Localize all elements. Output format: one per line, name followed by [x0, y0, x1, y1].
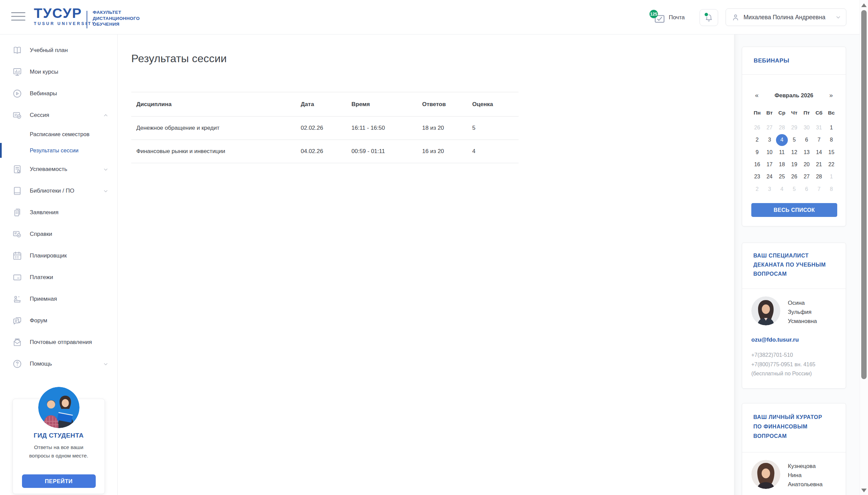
sidebar-item-applications[interactable]: Заявления — [0, 202, 117, 223]
user-menu[interactable]: Михалева Полина Андреевна — [725, 8, 846, 26]
hamburger-menu-icon[interactable] — [11, 12, 26, 22]
sidebar-item-mailings[interactable]: Почтовые отправления — [0, 331, 117, 353]
calendar-month-label: Февраль 2026 — [775, 92, 814, 99]
sidebar-item-certificates[interactable]: Справки — [0, 223, 117, 245]
scroll-up-arrow[interactable] — [861, 3, 867, 7]
credit-card-icon — [12, 272, 22, 283]
calendar-day[interactable]: 19 — [788, 159, 800, 171]
specialist-name: Осина Зульфия Усмановна — [788, 298, 842, 326]
chevron-down-icon — [103, 188, 109, 194]
calendar-day[interactable]: 27 — [801, 171, 813, 183]
calendar-day[interactable]: 9 — [751, 146, 763, 158]
sidebar-item-my-courses[interactable]: Мои курсы — [0, 61, 117, 83]
calendar-day[interactable]: 10 — [764, 146, 775, 158]
calendar-day[interactable]: 29 — [788, 122, 800, 134]
calendar-day[interactable]: 27 — [764, 122, 775, 134]
sidebar-item-reception[interactable]: Приемная — [0, 288, 117, 310]
exam-card-icon — [12, 110, 22, 120]
sidebar-item-help[interactable]: Помощь — [0, 353, 117, 375]
top-header: ТУСУР TUSUR UNIVERSITY ФАКУЛЬТЕТ ДИСТАНЦ… — [0, 0, 868, 34]
calendar-day[interactable]: 7 — [813, 183, 825, 195]
calendar-day[interactable]: 31 — [813, 122, 825, 134]
results-table: Дисциплина Дата Время Ответов Оценка Ден… — [131, 92, 519, 163]
calendar-day[interactable]: 26 — [788, 171, 800, 183]
webinars-title[interactable]: ВЕБИНАРЫ — [754, 57, 789, 64]
cell-answers: 18 из 20 — [422, 125, 472, 132]
specialist-email-link[interactable]: ozu@fdo.tusur.ru — [751, 337, 799, 343]
calendar-day[interactable]: 20 — [801, 159, 813, 171]
calendar-next-icon[interactable]: » — [829, 91, 833, 99]
sidebar-item-semester-schedule[interactable]: Расписание семестров — [0, 126, 117, 142]
calendar-day[interactable]: 30 — [801, 122, 813, 134]
calendar-prev-icon[interactable]: « — [755, 91, 759, 99]
calendar-day[interactable]: 6 — [801, 134, 813, 146]
notifications-button[interactable] — [700, 9, 718, 26]
calendar-day[interactable]: 5 — [788, 134, 800, 146]
user-name: Михалева Полина Андреевна — [743, 14, 825, 21]
calendar-day[interactable]: 3 — [764, 183, 775, 195]
sidebar-item-planner[interactable]: Планировщик — [0, 245, 117, 267]
chat-bubbles-icon — [12, 315, 22, 326]
mail-open-icon — [12, 337, 22, 347]
sidebar-item-webinars[interactable]: Вебинары — [0, 83, 117, 104]
calendar-day[interactable]: 6 — [801, 183, 813, 195]
calendar-day[interactable]: 2 — [751, 134, 763, 146]
calendar-day[interactable]: 23 — [751, 171, 763, 183]
calendar-day[interactable]: 14 — [813, 146, 825, 158]
calendar-day[interactable]: 5 — [788, 183, 800, 195]
notification-dot — [704, 12, 709, 17]
student-guide-go-button[interactable]: ПЕРЕЙТИ — [22, 474, 96, 488]
calendar-day[interactable]: 8 — [825, 183, 837, 195]
calendar-day[interactable]: 2 — [751, 183, 763, 195]
sidebar-item-forum[interactable]: Форум — [0, 310, 117, 331]
specialist-photo — [751, 296, 781, 325]
calendar-day[interactable]: 17 — [764, 159, 775, 171]
scrollbar-thumb[interactable] — [861, 10, 867, 379]
calendar-day[interactable]: 26 — [751, 122, 763, 134]
webinars-full-list-button[interactable]: ВЕСЬ СПИСОК — [751, 203, 837, 217]
specialist-card-title: ВАШ СПЕЦИАЛИСТ ДЕКАНАТА ПО УЧЕБНЫМ ВОПРО… — [742, 243, 846, 289]
student-guide-card: ГИД СТУДЕНТА Ответы на все ваши вопросы … — [13, 399, 105, 494]
mail-envelope-icon: 125 — [654, 13, 666, 25]
webinars-card: ВЕБИНАРЫ « Февраль 2026 » Пн Вт Ср Чт Пт… — [742, 47, 846, 226]
calendar-day[interactable]: 15 — [825, 146, 837, 158]
sidebar-item-payments[interactable]: Платежи — [0, 267, 117, 288]
page-scrollbar — [859, 0, 868, 495]
calendar-day-selected[interactable]: 4 — [776, 134, 788, 146]
mail-button[interactable]: 125 Почта — [654, 9, 685, 27]
calendar-day[interactable]: 28 — [813, 171, 825, 183]
documents-icon — [12, 207, 22, 218]
student-guide-text: Ответы на все ваши вопросы в одном месте… — [19, 443, 98, 460]
sidebar-item-session[interactable]: Сессия — [0, 104, 117, 126]
table-row: Денежное обращение и кредит 02.02.26 16:… — [131, 117, 519, 140]
calendar-day[interactable]: 28 — [776, 122, 788, 134]
reception-desk-icon — [12, 294, 22, 304]
sidebar-item-progress[interactable]: Успеваемость — [0, 158, 117, 180]
table-row: Финансовые рынки и инвестиции 04.02.26 0… — [131, 140, 519, 163]
sidebar-item-study-plan[interactable]: Учебный план — [0, 39, 117, 61]
calendar-day[interactable]: 1 — [825, 171, 837, 183]
calendar-day[interactable]: 21 — [813, 159, 825, 171]
scroll-down-arrow[interactable] — [861, 489, 867, 492]
calendar-day[interactable]: 3 — [764, 134, 775, 146]
cell-time: 16:11 - 16:50 — [351, 125, 422, 132]
col-discipline: Дисциплина — [136, 101, 301, 108]
calendar-day[interactable]: 12 — [788, 146, 800, 158]
cell-date: 04.02.26 — [301, 148, 351, 155]
calendar-day[interactable]: 8 — [825, 134, 837, 146]
calendar-day[interactable]: 16 — [751, 159, 763, 171]
sidebar-item-libraries[interactable]: Библиотеки / ПО — [0, 180, 117, 202]
calendar-day[interactable]: 11 — [776, 146, 788, 158]
calendar-day[interactable]: 18 — [776, 159, 788, 171]
calendar-day[interactable]: 13 — [801, 146, 813, 158]
calendar-day[interactable]: 1 — [825, 122, 837, 134]
calendar-day[interactable]: 25 — [776, 171, 788, 183]
cell-grade: 4 — [472, 148, 519, 155]
sidebar-item-session-results[interactable]: Результаты сессии — [0, 142, 117, 158]
calendar-day[interactable]: 24 — [764, 171, 775, 183]
calendar-day[interactable]: 4 — [776, 183, 788, 195]
calendar-day[interactable]: 7 — [813, 134, 825, 146]
col-time: Время — [351, 101, 422, 108]
chevron-down-icon — [103, 167, 109, 172]
calendar-day[interactable]: 22 — [825, 159, 837, 171]
